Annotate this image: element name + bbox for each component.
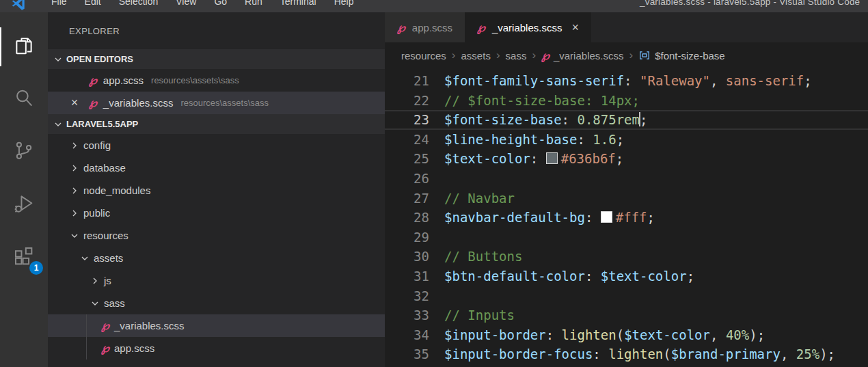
- open-editors-header[interactable]: OPEN EDITORS: [48, 49, 385, 69]
- line-number[interactable]: 21: [385, 71, 429, 91]
- line-number[interactable]: 25: [385, 149, 429, 169]
- tab-app.scss[interactable]: ℘app.scss: [385, 12, 465, 42]
- tree-item-js[interactable]: js: [48, 269, 385, 292]
- tab-close-icon[interactable]: ×: [571, 21, 579, 35]
- breadcrumb-item-_variables.scss[interactable]: ℘_variables.scss: [541, 50, 623, 62]
- sass-file-icon: ℘: [541, 50, 550, 62]
- token-num: 40%: [726, 327, 749, 342]
- breadcrumb: resources›assets›sass›℘_variables.scss›$…: [385, 42, 868, 68]
- token-punct: :: [585, 210, 601, 225]
- tree-item-sass[interactable]: sass: [48, 292, 385, 314]
- line-number[interactable]: 33: [385, 305, 429, 325]
- chevron-right-icon: [87, 275, 103, 286]
- token-var: $font-family-sans-serif: [444, 73, 624, 88]
- chevron-down-icon: [53, 54, 64, 65]
- tab-label: app.scss: [412, 22, 452, 33]
- vscode-logo-icon: [11, 0, 26, 12]
- line-number[interactable]: 32: [385, 286, 429, 306]
- token-punct: :: [530, 151, 546, 166]
- token-var: $input-border-focus: [444, 346, 593, 362]
- tree-item-resources[interactable]: resources: [48, 224, 385, 247]
- tree-item-_variables.scss[interactable]: ℘_variables.scss: [48, 314, 385, 337]
- line-number[interactable]: 24: [385, 130, 429, 150]
- extensions-activity-button[interactable]: 1: [0, 231, 48, 284]
- tree-item-config[interactable]: config: [48, 134, 385, 157]
- code-text: $font-family-sans-serif: "Raleway", sans…: [444, 71, 812, 91]
- menu-help[interactable]: Help: [325, 0, 363, 11]
- line-number[interactable]: 34: [385, 325, 429, 345]
- token-str: sans-serif: [726, 73, 804, 88]
- extensions-badge: 1: [29, 261, 43, 275]
- color-swatch[interactable]: [546, 152, 558, 164]
- tab-_variables.scss[interactable]: ℘_variables.scss×: [465, 12, 591, 42]
- sass-file-icon: ℘: [101, 342, 109, 355]
- token-punct: ;: [804, 73, 811, 88]
- open-editors-label: OPEN EDITORS: [66, 54, 133, 64]
- source-control-activity-button[interactable]: [0, 126, 48, 178]
- line-number[interactable]: 29: [385, 228, 429, 247]
- breadcrumb-item-font-size-base[interactable]: $font-size-base: [638, 49, 725, 62]
- menu-run[interactable]: Run: [236, 0, 271, 11]
- code-editor[interactable]: 21$font-family-sans-serif: "Raleway", sa…: [385, 68, 868, 367]
- indent-guide: [86, 337, 87, 359]
- chevron-down-icon: [77, 253, 92, 264]
- breadcrumb-label: _variables.scss: [554, 50, 624, 62]
- token-var: $brand-primary: [671, 346, 781, 362]
- line-number[interactable]: 26: [385, 169, 429, 189]
- breadcrumb-item-sass[interactable]: sass: [506, 50, 527, 62]
- breadcrumb-label: resources: [401, 50, 446, 62]
- code-line-24: 24$line-height-base: 1.6;: [385, 130, 868, 150]
- code-text: // $font-size-base: 14px;: [444, 91, 640, 111]
- token-num: 25%: [796, 346, 819, 362]
- line-number[interactable]: 31: [385, 267, 429, 286]
- line-number[interactable]: 23: [385, 111, 429, 128]
- menu-edit[interactable]: Edit: [76, 0, 110, 11]
- run-debug-activity-button[interactable]: [0, 178, 48, 231]
- code-line-31: 31$btn-default-color: $text-color;: [385, 267, 868, 286]
- open-editor-_variables.scss[interactable]: ×℘_variables.scssresources\assets\sass: [48, 92, 385, 114]
- tree-item-public[interactable]: public: [48, 202, 385, 224]
- menu-go[interactable]: Go: [205, 0, 236, 11]
- tree-item-assets[interactable]: assets: [48, 247, 385, 269]
- color-swatch[interactable]: [601, 211, 612, 223]
- chevron-down-icon: [87, 298, 103, 309]
- editor-area: ℘app.scss℘_variables.scss× resources›ass…: [385, 12, 868, 367]
- token-var: $text-color: [601, 269, 687, 284]
- project-section-header[interactable]: LARAVEL5.5APP: [48, 114, 385, 134]
- code-line-21: 21$font-family-sans-serif: "Raleway", sa…: [385, 71, 868, 91]
- explorer-sidebar: EXPLORER OPEN EDITORS ℘app.scssresources…: [48, 12, 385, 367]
- tree-item-app.scss[interactable]: ℘app.scss: [48, 337, 385, 359]
- source-control-icon: [12, 139, 36, 165]
- token-punct: (: [616, 327, 624, 342]
- breadcrumb-item-resources[interactable]: resources: [401, 50, 446, 62]
- line-number[interactable]: 35: [385, 344, 429, 364]
- search-activity-button[interactable]: [0, 73, 48, 126]
- line-number[interactable]: 27: [385, 189, 429, 208]
- code-text: // Buttons: [444, 247, 522, 267]
- close-icon[interactable]: ×: [67, 96, 82, 110]
- menubar: FileEditSelectionViewGoRunTerminalHelp: [42, 0, 362, 11]
- code-line-22: 22// $font-size-base: 14px;: [385, 91, 868, 111]
- tree-item-label: js: [104, 275, 111, 286]
- tree-item-node_modules[interactable]: node_modules: [48, 179, 385, 202]
- tree-item-label: config: [83, 139, 111, 151]
- menu-selection[interactable]: Selection: [110, 0, 167, 11]
- menu-file[interactable]: File: [42, 0, 76, 11]
- menu-view[interactable]: View: [167, 0, 205, 11]
- breadcrumb-item-assets[interactable]: assets: [461, 50, 491, 62]
- explorer-activity-button[interactable]: [0, 21, 48, 73]
- line-number[interactable]: 22: [385, 91, 429, 111]
- chevron-right-icon: [67, 163, 82, 174]
- line-number[interactable]: 28: [385, 208, 429, 228]
- tree-item-label: sass: [104, 297, 125, 309]
- tree-item-database[interactable]: database: [48, 157, 385, 179]
- open-editor-app.scss[interactable]: ℘app.scssresources\assets\sass: [48, 69, 385, 92]
- breadcrumb-separator-icon: ›: [532, 49, 536, 62]
- token-punct: ;: [640, 112, 647, 127]
- line-number[interactable]: 30: [385, 247, 429, 267]
- code-text: $input-border: lighten($text-color, 40%)…: [444, 325, 765, 345]
- token-punct: );: [819, 346, 835, 362]
- menu-terminal[interactable]: Terminal: [271, 0, 325, 11]
- token-punct: ,: [710, 73, 726, 88]
- breadcrumb-separator-icon: ›: [452, 49, 456, 62]
